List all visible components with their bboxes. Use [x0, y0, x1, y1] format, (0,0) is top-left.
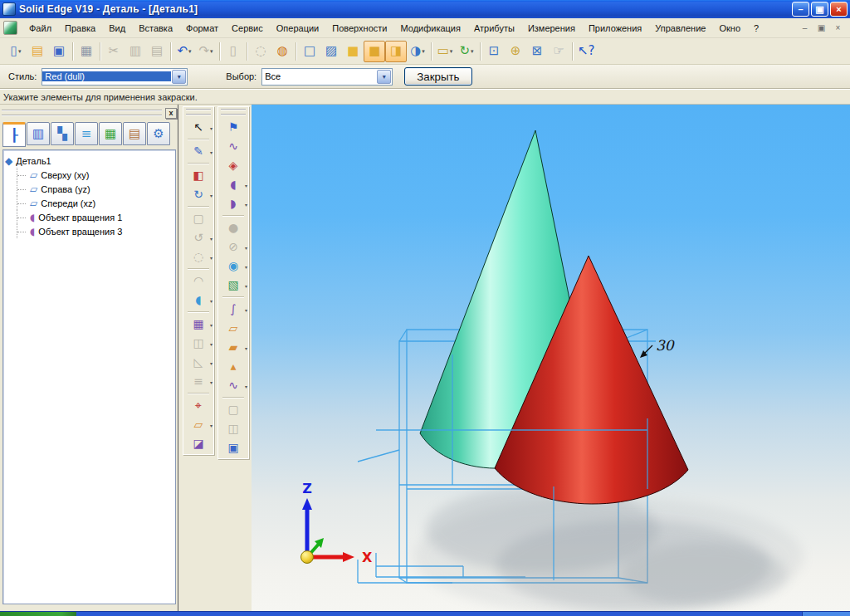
menu-item[interactable]: Операции — [270, 20, 325, 37]
toolbar-button[interactable]: ■ — [342, 41, 364, 62]
toolbar-button[interactable]: ↖? — [575, 41, 598, 62]
chevron-down-icon[interactable]: ▾ — [210, 125, 212, 131]
menu-item[interactable]: Поверхности — [325, 20, 393, 37]
toolbar-button[interactable]: ✂ — [103, 41, 125, 62]
drag-handle[interactable] — [221, 109, 246, 115]
restore-button[interactable]: ▣ — [811, 2, 828, 17]
toolbar-button[interactable]: ▨ — [320, 41, 342, 62]
surface-tool-button[interactable]: ◫ — [218, 418, 248, 438]
document-icon[interactable] — [3, 21, 17, 35]
surface-tool-button[interactable]: ▴ — [218, 356, 248, 375]
mdi-restore-button[interactable]: ▣ — [814, 22, 828, 34]
chevron-down-icon[interactable]: ▾ — [210, 360, 212, 366]
chevron-down-icon[interactable]: ▾ — [422, 48, 425, 55]
toolbar-button[interactable]: ⊠ — [526, 41, 548, 62]
panel-tab[interactable]: ▦ — [99, 122, 122, 145]
menu-item[interactable]: Формат — [179, 20, 225, 37]
angle-dimension[interactable]: 30 — [640, 337, 675, 358]
chevron-down-icon[interactable]: ▾ — [245, 345, 247, 351]
chevron-down-icon[interactable]: ▾ — [210, 298, 212, 304]
close-command-button[interactable]: Закрыть — [404, 67, 471, 86]
toolbar-button[interactable] — [569, 41, 575, 62]
chevron-down-icon[interactable]: ▾ — [245, 183, 247, 188]
chevron-down-icon[interactable]: ▾ — [210, 193, 212, 198]
chevron-down-icon[interactable]: ▾ — [245, 283, 247, 289]
menu-item[interactable]: Правка — [58, 20, 102, 37]
surface-tool-button[interactable]: ∿ ▾ — [218, 375, 248, 394]
chevron-down-icon[interactable]: ▾ — [210, 423, 212, 428]
chevron-down-icon[interactable]: ▾ — [471, 48, 474, 55]
chevron-down-icon[interactable]: ▾ — [18, 48, 22, 55]
toolbar-button[interactable]: □ — [299, 41, 320, 62]
chevron-down-icon[interactable]: ▾ — [245, 245, 247, 251]
feature-tool-button[interactable]: ↻ ▾ — [183, 184, 213, 203]
feature-tool-button[interactable]: ◠ — [183, 271, 213, 290]
surface-tool-button[interactable]: ⊘ ▾ — [218, 237, 248, 256]
feature-tool-button[interactable]: ◌ ▾ — [183, 247, 213, 266]
feature-tool-button[interactable]: ⌖ — [183, 395, 213, 414]
chevron-down-icon[interactable]: ▾ — [245, 384, 247, 389]
model-viewport[interactable]: 30 Z X — [252, 105, 850, 611]
feature-tool-button[interactable]: ▦ ▾ — [183, 314, 213, 333]
toolbar-button[interactable]: ▤ — [27, 41, 48, 62]
surface-tool-button[interactable]: ▢ — [218, 399, 248, 418]
toolbar-button[interactable]: ⊕ — [505, 41, 526, 62]
surface-tool-button[interactable]: ▰ ▾ — [218, 337, 248, 356]
minimize-button[interactable]: – — [792, 2, 809, 17]
toolbar-button[interactable] — [244, 41, 250, 62]
feature-tool-button[interactable]: ↖ ▾ — [183, 117, 213, 136]
chevron-down-icon[interactable]: ▾ — [245, 307, 247, 313]
surface-tool-button[interactable]: ● — [218, 218, 248, 237]
surface-tool-button[interactable]: ▣ — [218, 438, 248, 457]
tree-item[interactable]: ◖ Объект вращения 3 — [5, 224, 173, 238]
tree-item[interactable]: ◆ Деталь1 — [5, 154, 173, 168]
select-combobox[interactable]: Все ▾ — [261, 68, 393, 86]
menu-item[interactable]: Атрибуты — [467, 20, 521, 37]
toolbar-button[interactable]: ↻ ▾ — [456, 41, 477, 62]
tree-item[interactable]: ◖ Объект вращения 1 — [5, 210, 173, 224]
panel-tab[interactable]: ≡ — [75, 122, 98, 145]
tree-item[interactable]: ▱ Сверху (xy) — [5, 168, 173, 182]
feature-tool-button[interactable]: ◪ — [183, 433, 213, 452]
toolbar-button[interactable] — [477, 41, 483, 62]
feature-tool-button[interactable]: ◫ ▾ — [183, 333, 213, 352]
chevron-down-icon[interactable]: ▾ — [245, 264, 247, 270]
menu-item[interactable]: Окно — [712, 20, 747, 37]
toolbar-button[interactable]: ■ — [364, 41, 385, 62]
panel-tab[interactable]: ▤ — [123, 122, 146, 145]
surface-tool-button[interactable]: ⚑ — [218, 117, 248, 136]
toolbar-button[interactable] — [70, 41, 76, 62]
feature-tool-button[interactable]: ✎ ▾ — [183, 141, 213, 160]
feature-tool-button[interactable]: ▢ — [183, 208, 213, 227]
chevron-down-icon[interactable]: ▾ — [210, 236, 212, 242]
tree-item[interactable]: ▱ Справа (yz) — [5, 182, 173, 196]
toolbar-button[interactable] — [293, 41, 299, 62]
toolbar-button[interactable]: ↷ ▾ — [195, 41, 217, 62]
panel-tab[interactable]: ┠ — [2, 122, 26, 147]
menu-item[interactable]: Измерения — [521, 20, 582, 37]
toolbar-button[interactable]: ▦ — [76, 41, 97, 62]
menu-item[interactable]: Приложения — [582, 20, 648, 37]
toolbar-button[interactable]: ▭ ▾ — [434, 41, 456, 62]
chevron-down-icon[interactable]: ▾ — [377, 70, 391, 84]
feature-tool-button[interactable]: ▱ ▾ — [183, 414, 213, 433]
chevron-down-icon[interactable]: ▾ — [210, 255, 212, 261]
start-button[interactable] — [0, 612, 76, 616]
feature-tool-button[interactable]: ↺ ▾ — [183, 227, 213, 247]
menu-item[interactable]: Модификация — [393, 20, 467, 37]
toolbar-button[interactable]: ◑ ▾ — [407, 41, 428, 62]
chevron-down-icon[interactable]: ▾ — [172, 70, 186, 84]
drag-handle[interactable] — [2, 110, 162, 116]
mdi-minimize-button[interactable]: – — [798, 22, 812, 34]
toolbar-button[interactable]: ▯ — [222, 41, 244, 62]
toolbar-button[interactable] — [428, 41, 434, 62]
chevron-down-icon[interactable]: ▾ — [450, 48, 453, 55]
surface-tool-button[interactable]: ◈ — [218, 155, 248, 174]
chevron-down-icon[interactable]: ▾ — [210, 48, 213, 55]
toolbar-button[interactable]: ◍ — [271, 41, 293, 62]
panel-tab[interactable]: ⚙ — [147, 122, 170, 145]
toolbar-button[interactable]: ◌ — [250, 41, 271, 62]
toolbar-button[interactable]: ↶ ▾ — [173, 41, 195, 62]
toolbar-button[interactable]: ☞ — [548, 41, 569, 62]
tree-item[interactable]: ▱ Спереди (xz) — [5, 196, 173, 210]
